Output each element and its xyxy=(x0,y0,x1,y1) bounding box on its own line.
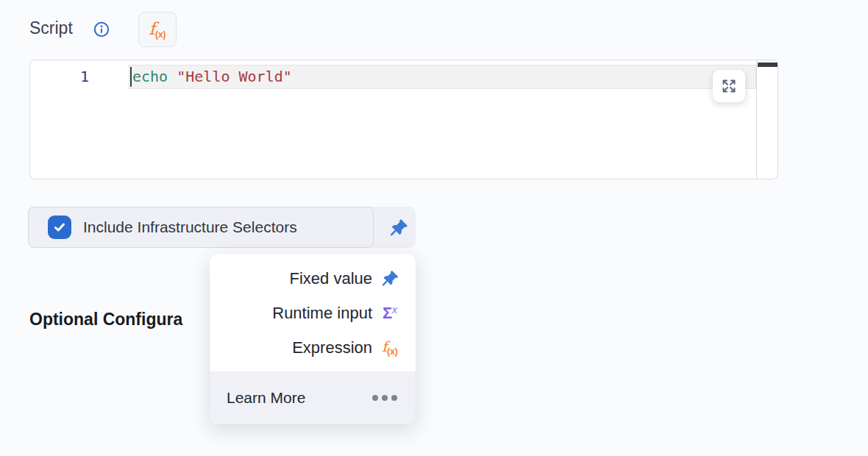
text-cursor xyxy=(130,67,132,87)
fx-icon: f(x) xyxy=(149,21,166,39)
input-type-pin-button[interactable] xyxy=(383,207,416,248)
scrollbar-gutter xyxy=(756,60,757,179)
script-code-editor[interactable]: 1 echo "Hello World" xyxy=(29,60,778,179)
input-type-menu: Fixed value Runtime input Σx Expression … xyxy=(210,254,416,424)
scrollbar-marker xyxy=(758,63,778,67)
code-line[interactable]: echo "Hello World" xyxy=(132,65,292,89)
include-infrastructure-selectors-checkbox[interactable] xyxy=(48,215,71,239)
pin-icon xyxy=(389,218,409,238)
runtime-input-icon: Σx xyxy=(380,304,399,323)
code-string: "Hello World" xyxy=(177,68,292,85)
menu-item-runtime-input[interactable]: Runtime input Σx xyxy=(210,296,416,330)
code-keyword: echo xyxy=(132,68,168,85)
ellipsis-icon xyxy=(372,395,397,401)
expand-editor-button[interactable] xyxy=(713,70,745,102)
script-field-label: Script xyxy=(29,18,73,38)
optional-configuration-heading: Optional Configura xyxy=(29,310,182,329)
line-number: 1 xyxy=(30,65,89,89)
info-icon[interactable] xyxy=(93,21,110,38)
checkbox-label: Include Infrastructure Selectors xyxy=(83,207,297,248)
expand-icon xyxy=(721,78,737,94)
menu-item-expression[interactable]: Expression f(x) xyxy=(210,330,416,365)
infrastructure-selectors-field: Include Infrastructure Selectors xyxy=(28,207,416,248)
pin-icon xyxy=(380,269,399,288)
checkmark-icon xyxy=(53,221,66,234)
expression-toggle-button[interactable]: f(x) xyxy=(138,12,177,47)
learn-more-item[interactable]: Learn More xyxy=(210,371,416,424)
expression-fx-icon: f(x) xyxy=(380,338,399,357)
menu-item-fixed-value[interactable]: Fixed value xyxy=(210,261,416,296)
